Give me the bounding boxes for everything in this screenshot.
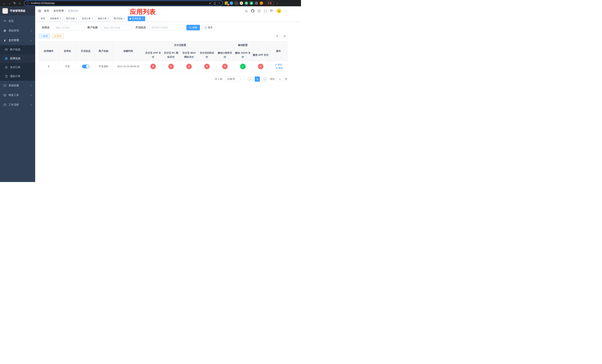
next-page-button[interactable] — [262, 76, 267, 82]
extension-icon-3[interactable] — [235, 1, 238, 5]
reload-icon[interactable]: ↻ — [12, 1, 17, 6]
fullscreen-icon[interactable] — [264, 10, 267, 13]
tab-user-group[interactable]: 用户分组× — [64, 16, 79, 21]
col-group-wechat: 微信配置 — [216, 41, 270, 49]
page-number-button[interactable]: 1 — [255, 76, 260, 82]
col-header-id: 应用编号 — [39, 41, 58, 61]
address-bar[interactable]: i localhost:1024/pay/app ☆ — [24, 1, 223, 6]
sidebar-item-pay[interactable]: ¥ 支付管理 — [0, 36, 35, 45]
status-select[interactable]: 请选择开启状态 — [149, 25, 184, 30]
tab-app-info[interactable]: 应用信息× — [128, 16, 145, 21]
chevron-up-icon — [30, 39, 32, 42]
header-actions: ? TT — [245, 8, 287, 14]
pagination: 共 1 条 10条/页 1 前往 页 — [39, 76, 287, 82]
sidebar-item-label: 工作流程 — [9, 103, 19, 107]
back-icon[interactable]: ← — [2, 1, 7, 6]
extension-icon-6[interactable] — [250, 1, 253, 5]
browser-update-button[interactable]: 更新 — [265, 1, 274, 6]
sidebar-item-label: 商户信息 — [10, 48, 20, 51]
font-size-icon[interactable]: TT — [270, 10, 273, 12]
col-header-wechat-lite: 微信小程序支付 — [216, 49, 234, 61]
app-table: 应用编号 应用名 开启状态 商户名称 创建时间 支付宝配置 微信配置 操作 支付… — [39, 41, 288, 72]
extension-icon-1[interactable]: 10 — [225, 1, 228, 5]
page-size-select[interactable]: 10条/页 — [225, 76, 244, 82]
tab-home[interactable]: 首页 — [39, 16, 47, 21]
cube-icon — [3, 94, 7, 97]
edit-button[interactable]: 修改 — [275, 63, 282, 66]
extension-icon-8[interactable]: •‿• — [260, 1, 263, 5]
extension-icon-2[interactable] — [230, 1, 233, 5]
tab-pay-order[interactable]: 支付订单× — [80, 16, 95, 21]
home-icon[interactable]: ⌂ — [17, 1, 22, 6]
toggle-search-button[interactable] — [274, 33, 280, 39]
chevron-down-icon — [30, 30, 32, 32]
add-button[interactable]: + 新增 — [39, 34, 50, 39]
gear-icon — [3, 29, 7, 32]
browser-menu-icon[interactable]: ⋮ — [276, 2, 279, 5]
close-icon[interactable]: × — [142, 18, 143, 20]
reset-button[interactable]: 重置 — [202, 25, 215, 30]
sidebar-item-app-info[interactable]: 应用信息 — [0, 54, 35, 63]
sidebar-item-dev-tools[interactable]: 研发工具 — [0, 90, 35, 100]
prev-page-button[interactable] — [248, 76, 253, 82]
app-name-input[interactable] — [53, 25, 84, 30]
export-button[interactable]: 导出 — [52, 34, 64, 39]
tab-refund-order[interactable]: 退款订单× — [96, 16, 111, 21]
sidebar-item-pay-order[interactable]: 支付订单 — [0, 63, 35, 72]
user-menu-caret-icon[interactable] — [285, 10, 287, 12]
sidebar-toggle-icon[interactable] — [38, 9, 42, 13]
sidebar-item-label: 基础设施 — [9, 84, 19, 87]
close-icon[interactable]: × — [108, 18, 109, 20]
tab-merchant-info[interactable]: 商户信息× — [112, 16, 127, 21]
url-text: localhost:1024/pay/app — [31, 2, 207, 4]
github-icon[interactable] — [251, 9, 254, 13]
app-header: 首页 / 支付管理 / 应用信息 ? TT — [35, 6, 301, 16]
close-icon[interactable]: × — [123, 18, 125, 20]
sidebar-item-system[interactable]: 系统管理 — [0, 26, 35, 36]
close-icon[interactable]: × — [76, 18, 77, 20]
col-header-name: 应用名 — [58, 41, 77, 61]
breadcrumb-section[interactable]: 支付管理 — [53, 9, 64, 13]
search-button[interactable]: 搜索 — [186, 25, 200, 30]
user-avatar[interactable] — [276, 8, 282, 14]
share-icon[interactable] — [214, 2, 216, 5]
yen-icon: ¥ — [3, 39, 7, 42]
sidebar-item-label: 首页 — [9, 20, 14, 23]
sidebar-item-merchant-info[interactable]: 商户信息 — [0, 45, 35, 54]
close-icon[interactable]: × — [92, 18, 93, 20]
extension-icon-7[interactable] — [255, 1, 258, 5]
breadcrumb-separator: / — [51, 10, 52, 12]
chevron-down-icon — [30, 104, 32, 106]
goto-label: 前往 — [270, 77, 275, 81]
refresh-button[interactable] — [282, 33, 287, 39]
sidebar-item-workflow[interactable]: 工作流程 — [0, 100, 35, 110]
delete-button[interactable]: 删除 — [276, 66, 283, 70]
close-icon[interactable]: × — [60, 18, 61, 20]
sidebar-item-label: 支付管理 — [9, 39, 19, 42]
breadcrumb-separator: / — [65, 10, 66, 12]
sidebar-submenu-pay: 商户信息 应用信息 支付订单 退款订单 — [0, 45, 35, 81]
browser-toolbar: ← → ↻ ⌂ i localhost:1024/pay/app ☆ 10 V … — [0, 0, 301, 6]
extension-icon-5[interactable]: V — [245, 1, 248, 5]
sidebar-item-home[interactable]: 首页 — [0, 16, 35, 26]
alipay-qr-status-icon: × — [204, 64, 210, 69]
password-key-icon[interactable] — [209, 2, 212, 5]
search-icon[interactable] — [245, 10, 248, 13]
goto-page-input[interactable] — [276, 76, 284, 82]
extension-icon-4[interactable] — [240, 1, 243, 5]
cell-created-time: 2021-10-23 08:49:25 — [112, 61, 144, 72]
site-info-icon[interactable]: i — [27, 2, 29, 4]
status-toggle[interactable] — [82, 65, 89, 68]
help-icon[interactable]: ? — [258, 10, 261, 13]
sidebar-item-refund-order[interactable]: 退款订单 — [0, 72, 35, 81]
chevron-down-icon — [30, 85, 32, 87]
merchant-name-input[interactable] — [101, 25, 132, 30]
sidebar-item-infrastructure[interactable]: 基础设施 — [0, 81, 35, 90]
bookmark-star-icon[interactable]: ☆ — [218, 2, 220, 5]
forward-icon[interactable]: → — [7, 1, 12, 6]
breadcrumb-home[interactable]: 首页 — [44, 9, 49, 13]
chevron-down-icon — [240, 78, 242, 80]
filter-form: 应用名 商户名称 开启状态 请选择开启状态 搜索 — [42, 25, 287, 30]
tab-process-form[interactable]: 流程表单× — [48, 16, 63, 21]
sidebar-item-label: 退款订单 — [10, 75, 20, 78]
